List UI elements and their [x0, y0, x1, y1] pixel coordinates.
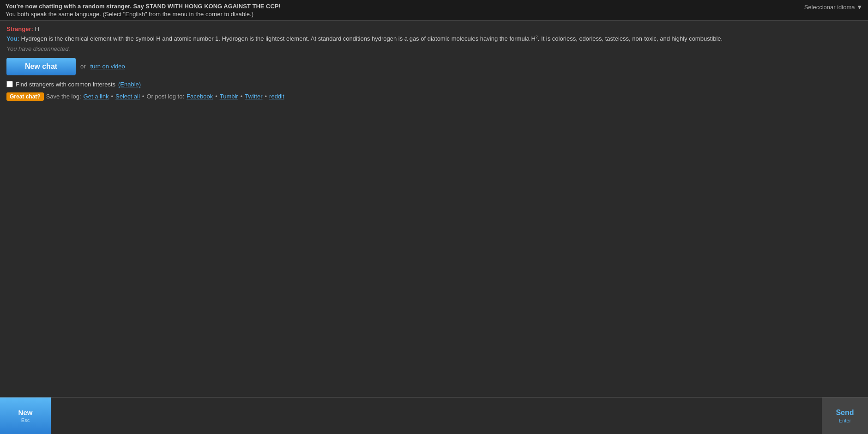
facebook-link[interactable]: Facebook — [187, 93, 213, 100]
tumblr-link[interactable]: Tumblr — [220, 93, 238, 100]
or-text: or — [80, 63, 86, 70]
twitter-link[interactable]: Twitter — [245, 93, 262, 100]
esc-label: Esc — [21, 417, 30, 423]
new-chat-button[interactable]: New chat — [6, 58, 76, 75]
top-banner: You're now chatting with a random strang… — [0, 0, 868, 21]
stranger-message: Stranger: H — [6, 25, 862, 32]
you-label: You: — [6, 35, 19, 42]
chat-input[interactable] — [51, 397, 822, 434]
you-message: You: Hydrogen is the chemical element wi… — [6, 34, 862, 43]
bullet-2: • — [142, 93, 145, 100]
interests-label: Find strangers with common interests — [16, 81, 115, 88]
interests-checkbox[interactable] — [6, 81, 13, 87]
enable-link[interactable]: (Enable) — [118, 81, 141, 88]
reddit-link[interactable]: reddit — [269, 93, 284, 100]
bullet-5: • — [265, 93, 267, 100]
select-all-link[interactable]: Select all — [115, 93, 140, 100]
save-log-row: Great chat? Save the log: Get a link • S… — [6, 92, 862, 101]
save-log-text: Save the log: — [46, 93, 81, 100]
chat-area: Stranger: H You: Hydrogen is the chemica… — [0, 21, 868, 105]
new-chat-row: New chat or turn on video — [6, 58, 862, 75]
disconnect-message: You have disconnected. — [6, 45, 862, 52]
new-label: New — [18, 409, 33, 416]
language-selector-label: Seleccionar idioma — [804, 4, 855, 11]
turn-on-video-link[interactable]: turn on video — [90, 63, 125, 70]
get-a-link[interactable]: Get a link — [84, 93, 109, 100]
bullet-3: • — [215, 93, 217, 100]
bullet-4: • — [241, 93, 243, 100]
language-selector[interactable]: Seleccionar idioma ▼ — [804, 4, 862, 11]
bullet-1: • — [111, 93, 114, 100]
enter-label: Enter — [839, 418, 851, 423]
send-button[interactable]: Send Enter — [822, 397, 868, 434]
interests-row: Find strangers with common interests (En… — [6, 81, 862, 88]
post-log-text: Or post log to: — [146, 93, 184, 100]
bottom-bar: New Esc Send Enter — [0, 397, 868, 434]
you-message-text-pre: Hydrogen is the chemical element with th… — [21, 35, 536, 42]
new-esc-button[interactable]: New Esc — [0, 397, 51, 434]
banner-line1: You're now chatting with a random strang… — [6, 3, 862, 10]
you-message-text-post: . It is colorless, odorless, tasteless, … — [538, 35, 723, 42]
great-chat-badge[interactable]: Great chat? — [6, 92, 44, 101]
language-selector-arrow: ▼ — [856, 4, 862, 11]
banner-line2: You both speak the same language. (Selec… — [6, 11, 862, 18]
send-label: Send — [836, 409, 854, 417]
stranger-label: Stranger: — [6, 25, 33, 32]
stranger-message-text: H — [35, 25, 39, 32]
